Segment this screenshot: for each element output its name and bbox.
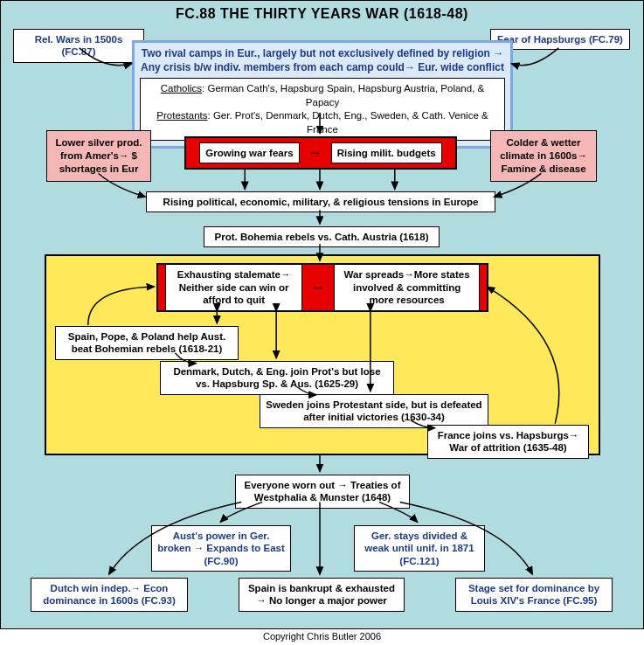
spain-help-austria: Spain, Pope, & Poland help Aust. beat Bo… [55,326,239,360]
camps-line2: Any crisis b/w indiv. members from each … [141,61,504,73]
outcome-dutch-indep[interactable]: Dutch win indep.→ Econ dominance in 1600… [31,578,188,612]
outcome-austria-east[interactable]: Aust's power in Ger. broken → Expands to… [151,525,291,572]
growing-war-fears: Growing war fears [199,142,299,163]
double-arrow-icon: ↔ [308,145,322,161]
camps-line1: Two rival camps in Eur., largely but not… [142,47,504,59]
war-fears-budgets-block: Growing war fears ↔ Rising milit. budget… [184,136,457,170]
label-catholics: Catholics [161,83,202,94]
double-arrow-icon: ↔ [311,280,325,295]
rising-budgets: Rising milit. budgets [331,142,442,163]
label-protestants: Protestants [156,110,207,121]
denmark-dutch-eng: Denmark, Dutch, & Eng. join Prot's but l… [160,361,394,395]
outcome-louis-xiv[interactable]: Stage set for dominance by Louis XIV's F… [455,578,613,612]
treaties-westphalia: Everyone worn out → Treaties of Westphal… [235,475,410,509]
outcome-germany-divided[interactable]: Ger. stays divided & weak until unif. in… [354,525,485,572]
bohemia-rebels: Prot. Bohemia rebels vs. Cath. Austria (… [204,226,440,247]
rising-tensions: Rising political, economic, military, & … [146,191,495,212]
copyright: Copyright Chris Butler 2006 [0,629,644,642]
sweden-joins: Sweden joins Protestant side, but is def… [260,394,488,428]
war-spreads: War spreads→More states involved & commi… [334,264,480,310]
exhausting-stalemate: Exhausting stalemate→ Neither side can w… [165,264,302,310]
stalemate-spreads-block: Exhausting stalemate→ Neither side can w… [156,263,488,312]
camps-heading: Two rival camps in Eur., largely but not… [140,47,505,78]
france-joins: France joins vs. Hapsburgs→ War of attri… [427,425,589,459]
protestants-text: : Ger. Prot's, Denmark, Dutch, Eng., Swe… [208,110,488,135]
flowchart-canvas: FC.88 THE THIRTY YEARS WAR (1618-48) Rel… [0,0,644,629]
factor-climate: Colder & wetter climate in 1600s→ Famine… [490,130,597,182]
catholics-text: : German Cath's, Hapsburg Spain, Hapsbur… [202,83,484,108]
link-religious-wars[interactable]: Rel. Wars in 1500s (FC.87) [13,29,144,63]
outcome-spain-bankrupt: Spain is bankrupt & exhausted → No longe… [239,578,405,612]
two-rival-camps-block: Two rival camps in Eur., largely but not… [132,40,513,149]
camps-members: Catholics: German Cath's, Hapsburg Spain… [140,78,505,141]
page-title: FC.88 THE THIRTY YEARS WAR (1618-48) [1,6,643,22]
factor-silver-shortage: Lower silver prod. from Amer's→ $ shorta… [46,130,151,182]
